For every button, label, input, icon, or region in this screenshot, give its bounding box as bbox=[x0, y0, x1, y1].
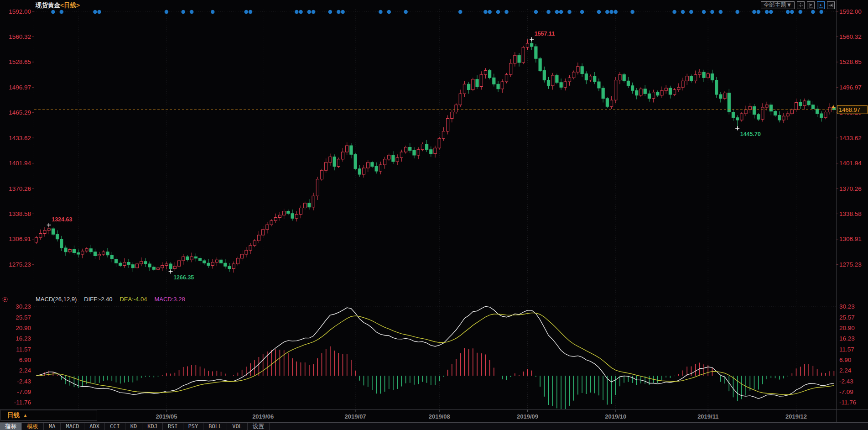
high-low-annotations: 1324.631266.351557.111445.70 bbox=[47, 31, 761, 281]
svg-text:1445.70: 1445.70 bbox=[740, 131, 761, 137]
svg-text:1560.32: 1560.32 bbox=[839, 33, 862, 40]
svg-text:1370.26: 1370.26 bbox=[9, 185, 31, 192]
svg-text:25.57: 25.57 bbox=[16, 314, 31, 321]
svg-text:1401.94: 1401.94 bbox=[9, 160, 31, 167]
svg-text:11.57: 11.57 bbox=[839, 346, 854, 353]
svg-text:2019/08: 2019/08 bbox=[429, 413, 450, 420]
chart-area[interactable]: 1592.001560.321528.651496.971465.291433.… bbox=[0, 0, 868, 422]
period-dropdown-arrow[interactable]: ▲ bbox=[23, 413, 28, 418]
svg-text:1592.00: 1592.00 bbox=[839, 8, 862, 15]
indicator-tab-ADX[interactable]: ADX bbox=[84, 423, 105, 430]
svg-text:30.23: 30.23 bbox=[839, 303, 855, 310]
date-axis-labels: 2019/042019/052019/062019/072019/082019/… bbox=[68, 410, 807, 420]
svg-text:2019/10: 2019/10 bbox=[605, 413, 626, 420]
indicator-tab-MA[interactable]: MA bbox=[44, 423, 61, 430]
macd-indicator-header: MACD(26,12,9)DIFF:-2.40DEA:-4.04MACD:3.2… bbox=[36, 296, 192, 303]
svg-text:6.90: 6.90 bbox=[839, 357, 851, 363]
svg-text:2019/05: 2019/05 bbox=[156, 413, 177, 420]
pan-tool-button[interactable] bbox=[797, 1, 805, 9]
price-axis-right: 1592.001560.321528.651496.971465.291433.… bbox=[837, 8, 862, 268]
svg-text:16.23: 16.23 bbox=[839, 335, 855, 342]
indicator-tab-设置[interactable]: 设置 bbox=[248, 423, 270, 430]
macd-bar-value: MACD:3.28 bbox=[154, 296, 185, 303]
candles-layer bbox=[35, 39, 836, 273]
svg-text:2019/09: 2019/09 bbox=[517, 413, 538, 420]
svg-text:1275.23: 1275.23 bbox=[9, 261, 31, 268]
theme-dropdown[interactable]: 全部主题▼ bbox=[761, 1, 795, 9]
svg-text:-11.76: -11.76 bbox=[14, 399, 31, 406]
svg-text:1433.62: 1433.62 bbox=[839, 135, 862, 142]
trading-terminal: 1592.001560.321528.651496.971465.291433.… bbox=[0, 0, 868, 430]
svg-text:2019/12: 2019/12 bbox=[785, 413, 807, 420]
svg-text:2.24: 2.24 bbox=[19, 367, 31, 374]
indicator-tab-BOLL[interactable]: BOLL bbox=[203, 423, 227, 430]
svg-text:1557.11: 1557.11 bbox=[535, 31, 555, 37]
indicator-tab-PSY[interactable]: PSY bbox=[183, 423, 204, 430]
svg-text:1496.97: 1496.97 bbox=[9, 84, 31, 91]
auto-follow-button[interactable] bbox=[817, 1, 825, 9]
svg-text:1528.65: 1528.65 bbox=[839, 58, 862, 65]
svg-text:1338.58: 1338.58 bbox=[839, 210, 862, 217]
scroll-to-end-icon bbox=[828, 2, 834, 8]
svg-text:1465.29: 1465.29 bbox=[9, 109, 31, 116]
scroll-to-end-button[interactable] bbox=[827, 1, 835, 9]
macd-axis-left: 30.2325.5720.9016.2311.576.902.24-2.43-7… bbox=[14, 303, 31, 406]
pan-tool-icon bbox=[798, 2, 804, 8]
svg-text:-2.43: -2.43 bbox=[17, 378, 31, 385]
month-gridlines bbox=[33, 9, 837, 409]
indicator-tab-RSI[interactable]: RSI bbox=[163, 423, 183, 430]
svg-text:1266.35: 1266.35 bbox=[173, 274, 194, 281]
svg-text:2019/07: 2019/07 bbox=[345, 413, 366, 420]
indicator-tab-CCI[interactable]: CCI bbox=[105, 423, 125, 430]
last-price-line bbox=[34, 105, 836, 110]
svg-text:-7.09: -7.09 bbox=[17, 388, 31, 395]
svg-text:1338.58: 1338.58 bbox=[9, 210, 31, 217]
event-dots-layer bbox=[51, 10, 823, 14]
chart-tool-buttons bbox=[797, 1, 835, 9]
svg-text:1401.94: 1401.94 bbox=[839, 160, 862, 167]
svg-text:2.24: 2.24 bbox=[839, 367, 852, 374]
macd-histogram-layer bbox=[41, 346, 834, 409]
svg-text:11.57: 11.57 bbox=[16, 346, 31, 353]
symbol-name: 现货黄金 bbox=[36, 2, 60, 9]
svg-text:1370.26: 1370.26 bbox=[839, 185, 862, 192]
period-label: 日线 bbox=[7, 411, 20, 420]
auto-follow-icon bbox=[818, 2, 824, 8]
indicator-tab-MACD[interactable]: MACD bbox=[61, 423, 84, 430]
axis-scale-icon bbox=[808, 2, 814, 8]
top-right-controls: 全部主题▼ bbox=[761, 1, 835, 9]
macd-dea-value: DEA:-4.04 bbox=[120, 296, 147, 303]
svg-text:-2.43: -2.43 bbox=[839, 378, 853, 385]
indicator-toolbar: 指标模板MAMACDADXCCIKDKDJRSIPSYBOLLVOL设置 bbox=[0, 422, 868, 430]
svg-text:30.23: 30.23 bbox=[16, 303, 31, 310]
indicator-tab-指标[interactable]: 指标 bbox=[0, 423, 22, 430]
svg-text:20.90: 20.90 bbox=[839, 325, 855, 331]
svg-text:1560.32: 1560.32 bbox=[9, 33, 31, 40]
svg-text:1496.97: 1496.97 bbox=[839, 84, 862, 91]
indicator-tab-VOL[interactable]: VOL bbox=[227, 423, 248, 430]
macd-diff-value: DIFF:-2.40 bbox=[84, 296, 112, 303]
indicator-tab-KD[interactable]: KD bbox=[125, 423, 142, 430]
indicator-tab-KDJ[interactable]: KDJ bbox=[142, 423, 163, 430]
indicator-tab-模板[interactable]: 模板 bbox=[22, 423, 44, 430]
svg-text:1592.00: 1592.00 bbox=[9, 8, 31, 15]
symbol-title: 现货黄金<日线> bbox=[36, 1, 80, 10]
panel-dividers bbox=[0, 0, 868, 422]
period-selector[interactable]: 日线 ▲ bbox=[0, 410, 97, 421]
macd-axis-right: 30.2325.5720.9016.2311.576.902.24-2.43-7… bbox=[839, 303, 856, 406]
svg-text:1306.91: 1306.91 bbox=[839, 236, 862, 242]
macd-formula: MACD(26,12,9) bbox=[36, 296, 77, 303]
svg-text:1528.65: 1528.65 bbox=[9, 58, 31, 65]
svg-text:6.90: 6.90 bbox=[19, 357, 31, 363]
svg-text:-7.09: -7.09 bbox=[839, 388, 853, 395]
svg-text:1468.97: 1468.97 bbox=[839, 106, 860, 113]
svg-text:16.23: 16.23 bbox=[16, 335, 31, 342]
svg-text:20.90: 20.90 bbox=[16, 325, 31, 331]
svg-text:25.57: 25.57 bbox=[839, 314, 855, 321]
svg-text:1433.62: 1433.62 bbox=[9, 135, 31, 142]
macd-settings-icon[interactable] bbox=[2, 296, 8, 304]
timeframe-tag: <日线> bbox=[60, 2, 80, 9]
axis-scale-button[interactable] bbox=[807, 1, 815, 9]
svg-text:2019/11: 2019/11 bbox=[697, 413, 718, 420]
price-axis-left: 1592.001560.321528.651496.971465.291433.… bbox=[9, 8, 34, 268]
